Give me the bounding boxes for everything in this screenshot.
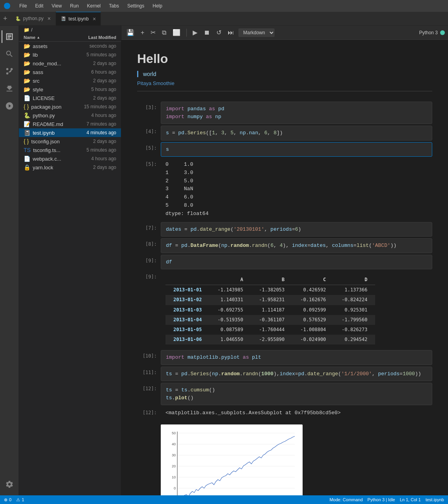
paste-button[interactable]: ⬜	[171, 28, 182, 37]
activity-source-control[interactable]	[2, 63, 17, 79]
file-name: assets	[33, 43, 71, 49]
activity-search[interactable]	[2, 46, 17, 62]
activity-debug[interactable]	[2, 98, 17, 114]
markdown-cell: Hello world Pitaya Smoothie	[137, 48, 432, 100]
activity-explorer[interactable]	[2, 29, 17, 44]
list-item[interactable]: 📂 sass 6 hours ago	[19, 68, 121, 76]
menu-view[interactable]: View	[48, 2, 65, 9]
activity-settings[interactable]	[2, 476, 17, 492]
run-button[interactable]: ▶	[191, 28, 199, 37]
status-errors[interactable]: ⊗ 0	[4, 497, 11, 502]
cell-input[interactable]: df = pd.DataFrame(np.random.randn(6, 4),…	[161, 238, 432, 253]
tab-ipynb-close[interactable]: ×	[93, 16, 96, 22]
tab-python-close[interactable]: ×	[48, 15, 51, 22]
df-cell: 2013-01-03	[165, 305, 210, 315]
cell-label: [5]:	[137, 142, 161, 157]
file-time: 6 hours ago	[73, 69, 116, 75]
markdown-file-icon: 📝	[24, 121, 30, 127]
list-item[interactable]: 🔒 yarn.lock 2 days ago	[19, 163, 121, 172]
file-list-header: Name ▲ Last Modified	[19, 34, 121, 42]
cell-body: s = pd.Series([1, 3, 5, np.nan, 6, 8])	[161, 126, 432, 141]
df-cell: -0.024900	[292, 335, 334, 345]
cell-label: [7]:	[137, 222, 161, 237]
cell-label: [9]:	[137, 255, 161, 270]
menu-help[interactable]: Help	[149, 2, 165, 9]
table-row: 2013-01-03 -0.692755 1.114187 0.092599 0…	[165, 305, 375, 315]
list-item[interactable]: TS tsconfig.ts... 5 minutes ago	[19, 146, 121, 154]
file-time: 5 hours ago	[73, 87, 116, 92]
stop-button[interactable]: ⏹	[202, 28, 212, 37]
code-cell-7: [7]: dates = pd.date_range('20130101', p…	[137, 222, 432, 237]
svg-text:40: 40	[172, 442, 176, 446]
status-warnings[interactable]: ⚠ 1	[16, 497, 24, 502]
kernel-info: Python 3	[419, 30, 445, 35]
add-cell-button[interactable]: +	[139, 28, 146, 37]
menu-settings[interactable]: Settings	[124, 2, 147, 9]
list-item[interactable]: 📄 webpack.c... 4 hours ago	[19, 154, 121, 163]
notebook-divider	[137, 91, 432, 91]
list-item[interactable]: 🐍 python.py 4 hours ago	[19, 111, 121, 120]
kernel-name: Python 3	[419, 30, 438, 35]
new-tab-button[interactable]: +	[0, 15, 11, 23]
menu-tabs[interactable]: Tabs	[106, 2, 122, 9]
code-cell-9-output: [9]: A B C D	[137, 271, 432, 348]
menu-kernel[interactable]: Kernel	[84, 2, 104, 9]
list-item[interactable]: 📂 assets seconds ago	[19, 42, 121, 50]
status-python[interactable]: Python 3 | Idle	[368, 497, 395, 502]
cell-input[interactable]: ts = ts.cumsum() ts.plot()	[161, 383, 432, 405]
list-item[interactable]: { } package.json 15 minutes ago	[19, 102, 121, 111]
copy-button[interactable]: ⧉	[160, 28, 168, 37]
name-column-header[interactable]: Name ▲	[24, 35, 69, 40]
cell-input[interactable]: s	[161, 142, 432, 157]
warning-icon: ⚠	[16, 497, 20, 502]
cell-body: A B C D 2013-01-01 -1.143985	[161, 271, 432, 348]
menu-edit[interactable]: Edit	[32, 2, 46, 9]
cell-label: [5]:	[137, 158, 161, 220]
menu-file[interactable]: File	[16, 2, 30, 9]
notebook-content[interactable]: Hello world Pitaya Smoothie [3]: import …	[121, 40, 448, 495]
tab-test-ipynb[interactable]: 📓 test.ipynb ×	[56, 12, 101, 26]
titlebar: File Edit View Run Kernel Tabs Settings …	[0, 0, 448, 12]
error-icon: ⊗	[4, 497, 7, 502]
list-item[interactable]: 📂 node_mod... 2 days ago	[19, 59, 121, 68]
cell-input[interactable]: ts = pd.Series(np.random.randn(1000),ind…	[161, 367, 432, 382]
code-cell-5-output: [5]: 0 1.0 1 3.0 2 5.0 3 NaN 4 6.0 5 8.0…	[137, 158, 432, 220]
list-item[interactable]: 📂 src 2 days ago	[19, 76, 121, 85]
menu-run[interactable]: Run	[67, 2, 82, 9]
menu-bar: File Edit View Run Kernel Tabs Settings …	[16, 2, 165, 9]
file-time: 4 hours ago	[73, 113, 116, 118]
activity-extensions[interactable]	[2, 81, 17, 96]
cell-input[interactable]: import matplotlib.pyplot as plt	[161, 350, 432, 365]
toolbar-separator	[186, 29, 187, 37]
folder-icon: 📂	[24, 78, 30, 84]
file-time: 5 minutes ago	[73, 147, 116, 153]
cell-type-select[interactable]: Markdown Code Raw	[238, 28, 275, 37]
table-row: 2013-01-05 0.087589 -1.760444 -1.008804 …	[165, 325, 375, 335]
list-item[interactable]: 📄 LICENSE 2 days ago	[19, 94, 121, 102]
list-item[interactable]: 📓 test.ipynb 4 minutes ago	[19, 128, 121, 137]
list-item[interactable]: 📂 lib 5 minutes ago	[19, 50, 121, 59]
cell-body: df	[161, 255, 432, 270]
cell-input[interactable]: dates = pd.date_range('20130101', period…	[161, 222, 432, 237]
tab-python-py[interactable]: 🐍 python.py ×	[11, 12, 56, 26]
file-time: 2 days ago	[73, 61, 116, 66]
restart-run-button[interactable]: ⏭	[226, 28, 236, 37]
cell-input[interactable]: s = pd.Series([1, 3, 5, np.nan, 6, 8])	[161, 126, 432, 141]
restart-button[interactable]: ↺	[214, 28, 223, 37]
list-item[interactable]: 📂 style 5 hours ago	[19, 85, 121, 94]
df-cell: -0.162676	[292, 295, 334, 305]
file-time: 2 days ago	[73, 95, 116, 101]
cut-button[interactable]: ✂	[149, 28, 158, 37]
cell-input[interactable]: df	[161, 255, 432, 270]
table-row: 2013-01-02 1.140331 -1.958231 -0.162676 …	[165, 295, 375, 305]
save-button[interactable]: 💾	[125, 28, 136, 37]
df-cell: -1.799560	[334, 315, 375, 325]
table-row: 2013-01-01 -1.143985 -1.382053 0.426592 …	[165, 285, 375, 295]
list-item[interactable]: { } tsconfig.json 2 days ago	[19, 137, 121, 146]
cell-input[interactable]: import pandas as pd import numpy as np	[161, 102, 432, 124]
df-cell: 0.087589	[210, 325, 251, 335]
modified-column-header[interactable]: Last Modified	[69, 35, 116, 40]
notebook-title: Hello	[137, 52, 432, 66]
list-item[interactable]: 📝 README.md 7 minutes ago	[19, 120, 121, 128]
file-name: README.md	[33, 121, 71, 127]
